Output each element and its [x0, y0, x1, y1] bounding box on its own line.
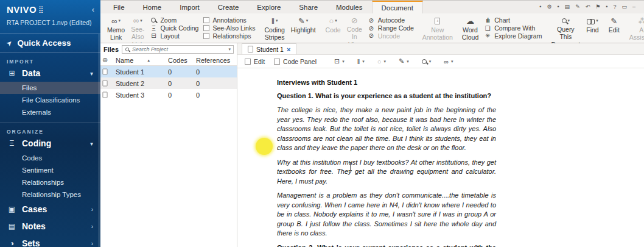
- tab-explore[interactable]: Explore: [248, 1, 290, 13]
- annotations-checkbox-row[interactable]: Annotations: [203, 16, 255, 24]
- autocode-button[interactable]: ⊘Autocode: [368, 16, 414, 24]
- code-panel-checkbox[interactable]: [274, 59, 280, 65]
- link-tool[interactable]: ∞▾: [444, 58, 453, 65]
- ai-assistant-button[interactable]: ⁂ AI Assistant: [626, 15, 644, 41]
- sidebar-item-data[interactable]: ⊞ Data ▾: [7, 65, 94, 82]
- tab-import[interactable]: Import: [170, 1, 209, 13]
- tab-share[interactable]: Share: [290, 1, 327, 13]
- feedback-icon[interactable]: ▭: [621, 4, 627, 10]
- layout-button[interactable]: ⊟Layout: [150, 32, 198, 40]
- highlight-tool[interactable]: ✎▾: [399, 57, 409, 65]
- highlight-icon: ✎: [399, 57, 404, 65]
- edit-checkbox-row[interactable]: Edit: [245, 58, 265, 65]
- highlight-button[interactable]: ✎▾ Highlight: [288, 15, 319, 41]
- see-also-links-checkbox-row[interactable]: See-Also Links: [203, 24, 255, 32]
- sidebar-item-file-classifications[interactable]: File Classifications: [0, 94, 100, 106]
- compare-with-button[interactable]: ❏Compare With: [484, 24, 542, 32]
- file-name: Student 1: [116, 68, 168, 76]
- memo-link-button[interactable]: ∞▾ Memo Link: [104, 15, 128, 41]
- uncode-button[interactable]: ⊘Uncode: [368, 32, 414, 40]
- settings-icon[interactable]: ⚙: [547, 4, 551, 10]
- tab-create[interactable]: Create: [209, 1, 248, 13]
- flag-icon[interactable]: ⚑: [595, 4, 600, 10]
- sidebar-item-relationship-types[interactable]: Relationship Types: [0, 188, 100, 201]
- search-input[interactable]: [132, 46, 226, 52]
- range-code-button[interactable]: ⊘Range Code: [368, 24, 414, 32]
- sidebar-item-sentiment[interactable]: Sentiment: [0, 164, 100, 176]
- caret-down-icon: ▾: [342, 59, 345, 64]
- find-button[interactable]: ▾ Find: [583, 15, 601, 41]
- query-this-document-button[interactable]: ▾ Query This Document: [548, 15, 583, 41]
- file-row-student-3[interactable]: Student 3 0 0: [100, 89, 237, 101]
- sidebar-item-notes[interactable]: ▤ Notes ›: [7, 218, 94, 235]
- sidebar-item-cases[interactable]: ▣ Cases ›: [7, 201, 94, 218]
- files-list-header[interactable]: ⊕ Name▲ Codes References: [100, 55, 237, 66]
- edit-label: Edit: [609, 26, 620, 34]
- edit-checkbox-label: Edit: [254, 58, 265, 65]
- see-also-links-checkbox[interactable]: [203, 25, 209, 31]
- column-references[interactable]: References: [196, 57, 237, 64]
- annotation-tool[interactable]: ⊡▾: [334, 57, 345, 65]
- sidebar-scrollbar[interactable]: [98, 34, 100, 247]
- tab-home[interactable]: Home: [134, 1, 171, 13]
- zoom-tool[interactable]: ▾: [422, 59, 432, 64]
- close-icon[interactable]: ×: [287, 46, 290, 53]
- tab-file[interactable]: File: [104, 1, 134, 13]
- notes-icon: ▤: [7, 222, 16, 231]
- quick-coding-button[interactable]: ΞQuick Coding: [150, 24, 198, 32]
- sidebar-item-coding[interactable]: Ξ Coding ▾: [7, 135, 94, 152]
- zoom-button[interactable]: Zoom: [150, 16, 198, 24]
- document-content[interactable]: Interviews with Student 1 Question 1. Wh…: [237, 69, 644, 247]
- help-icon[interactable]: ?: [613, 4, 616, 10]
- chevron-down-icon[interactable]: ▾: [90, 70, 93, 77]
- sidebar-item-relationships[interactable]: Relationships: [0, 176, 100, 188]
- sidebar-section-import: IMPORT ⊞ Data ▾ Files File Classificatio…: [0, 53, 100, 118]
- chart-button[interactable]: ılıChart: [484, 16, 542, 24]
- file-row-student-2[interactable]: Student 2 0 0: [100, 77, 237, 89]
- word-cloud-button[interactable]: ☁ Word Cloud: [459, 15, 481, 41]
- code-button[interactable]: ○▾ Code: [323, 15, 344, 41]
- save-icon[interactable]: ▤: [565, 4, 570, 10]
- sidebar-collapse-icon[interactable]: ‹: [92, 5, 94, 14]
- overflow-dot[interactable]: •: [557, 4, 559, 10]
- tab-modules[interactable]: Modules: [327, 1, 371, 13]
- sidebar-item-externals[interactable]: Externals: [0, 106, 100, 118]
- caret-down-icon[interactable]: ▾: [228, 47, 231, 52]
- coding-stripes-button[interactable]: ‖▾ Coding Stripes: [261, 15, 287, 41]
- sidebar-item-quick-access[interactable]: ➤ Quick Access: [0, 34, 100, 52]
- edit-icon[interactable]: ✎: [575, 4, 580, 10]
- file-row-student-1[interactable]: Student 1 0 0: [100, 66, 237, 77]
- sidebar-item-codes[interactable]: Codes: [0, 152, 100, 164]
- chevron-down-icon[interactable]: ▾: [90, 140, 93, 147]
- overflow-dot[interactable]: •: [606, 4, 607, 10]
- code-panel-checkbox-row[interactable]: Code Panel: [274, 58, 317, 65]
- chevron-right-icon[interactable]: ›: [91, 206, 93, 213]
- edit-checkbox[interactable]: [245, 59, 251, 65]
- new-annotation-button[interactable]: + New Annotation: [420, 15, 455, 41]
- minimize-icon[interactable]: –: [632, 4, 635, 10]
- sidebar-item-files[interactable]: Files: [0, 82, 100, 94]
- see-also-link-button[interactable]: ∞▾ See-Also Link: [128, 15, 147, 41]
- code-in-vivo-button[interactable]: ⊘ Code In Vivo: [344, 15, 365, 41]
- document-tab-student-1[interactable]: Student 1 ×: [242, 43, 296, 54]
- explore-diagram-button[interactable]: ✳Explore Diagram: [484, 32, 542, 40]
- edit-button[interactable]: ✎ Edit: [606, 15, 623, 41]
- add-file-icon[interactable]: ⊕: [102, 56, 116, 64]
- column-codes[interactable]: Codes: [168, 57, 196, 64]
- tab-document[interactable]: Document: [372, 1, 423, 13]
- chevron-right-icon[interactable]: ›: [91, 240, 93, 247]
- overflow-dot[interactable]: •: [539, 4, 541, 10]
- code-tool[interactable]: ○▾: [377, 58, 386, 65]
- relationships-checkbox[interactable]: [203, 33, 209, 39]
- undo-icon[interactable]: ↶: [586, 4, 590, 10]
- coding-stripes-tool[interactable]: ‖▾: [357, 58, 365, 65]
- new-annotation-label: New Annotation: [422, 26, 453, 41]
- caret-down-icon: ▾: [383, 59, 386, 64]
- sidebar-item-sets[interactable]: ◑ Sets ›: [7, 235, 94, 247]
- code-icon: ○: [377, 58, 382, 65]
- annotations-checkbox[interactable]: [203, 17, 209, 23]
- relationships-checkbox-row[interactable]: Relationships: [203, 32, 255, 40]
- column-name[interactable]: Name: [116, 57, 133, 64]
- chevron-right-icon[interactable]: ›: [91, 223, 93, 230]
- search-box[interactable]: ▾: [122, 45, 234, 54]
